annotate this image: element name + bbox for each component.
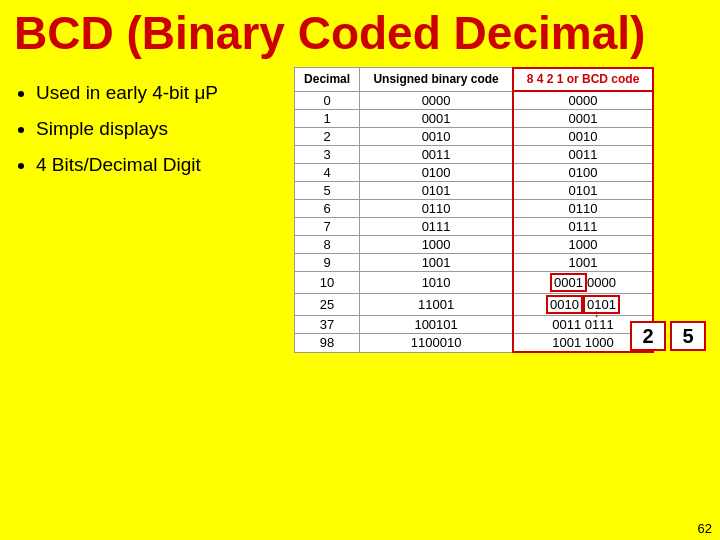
bcd-table-wrapper: Decimal Unsigned binary code 8 4 2 1 or … [294,67,706,354]
table-row: 5 0101 0101 [295,182,654,200]
bottom-number-boxes: 2 5 [630,321,706,351]
table-row: 0 0000 0000 [295,91,654,110]
table-row: 4 0100 0100 [295,164,654,182]
table-row-98: 98 1100010 1001 1000 [295,334,654,353]
table-row: 6 0110 0110 [295,200,654,218]
bullet-item-3: 4 Bits/Decimal Digit [36,149,274,181]
bcd-table: Decimal Unsigned binary code 8 4 2 1 or … [294,67,654,354]
bullet-item-2: Simple displays [36,113,274,145]
table-row-10: 10 1010 00010000 [295,272,654,294]
table-row: 2 0010 0010 [295,128,654,146]
header-bcd: 8 4 2 1 or BCD code [513,68,653,92]
page-number: 62 [698,521,712,536]
table-row: 1 0001 0001 [295,110,654,128]
table-row-37: 37 100101 0011 01↓11 [295,316,654,334]
table-row: 7 0111 0111 [295,218,654,236]
bottom-box-right: 5 [670,321,706,351]
header-unsigned-binary: Unsigned binary code [360,68,513,92]
header-decimal: Decimal [295,68,360,92]
table-row: 8 1000 1000 [295,236,654,254]
bullet-item-1: Used in early 4-bit μP [36,77,274,109]
table-row: 3 0011 0011 [295,146,654,164]
bottom-box-left: 2 [630,321,666,351]
title: BCD (Binary Coded Decimal) [0,0,720,63]
table-row: 9 1001 1001 [295,254,654,272]
bullet-list: Used in early 4-bit μP Simple displays 4… [14,67,274,354]
